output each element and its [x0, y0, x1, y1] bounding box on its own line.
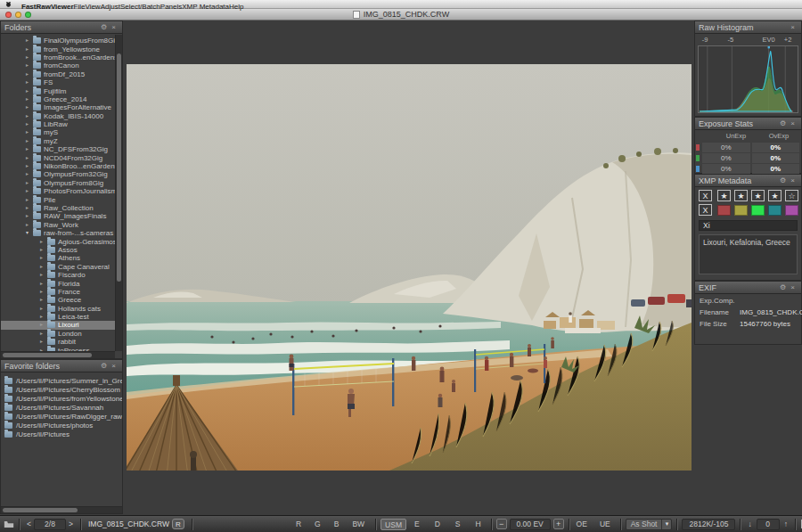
expand-arrow-icon[interactable]	[40, 321, 47, 329]
expand-arrow-icon[interactable]	[26, 162, 33, 170]
expand-arrow-icon[interactable]	[26, 221, 33, 229]
menu-item[interactable]: Panels	[160, 3, 182, 11]
expand-arrow-icon[interactable]	[26, 87, 33, 95]
channel-button[interactable]: B	[331, 520, 342, 528]
prev-file-button[interactable]: <	[24, 520, 34, 528]
xmp-panel-header[interactable]: XMP Metadata ⚙ ×	[695, 175, 801, 187]
star-rating-button[interactable]: ★	[734, 190, 748, 201]
expand-arrow-icon[interactable]	[26, 120, 33, 128]
folder-tree-item[interactable]: Hollands cats	[1, 305, 115, 313]
close-window-button[interactable]	[5, 12, 12, 18]
zoom-window-button[interactable]	[25, 12, 31, 18]
expand-arrow-icon[interactable]	[26, 128, 33, 136]
folders-vertical-scrollbar[interactable]	[115, 35, 122, 351]
folder-tree-item[interactable]: Lixouri	[1, 321, 115, 329]
folders-panel-header[interactable]: Folders ⚙ ×	[1, 21, 122, 34]
folder-tree-item[interactable]: Athens	[1, 254, 115, 262]
apple-menu-icon[interactable]	[5, 1, 12, 8]
favorite-folder-item[interactable]: /Users/il/Pictures/Savannah	[1, 403, 122, 412]
expand-arrow-icon[interactable]	[26, 229, 33, 237]
channel-button[interactable]: R	[293, 520, 304, 528]
gear-icon[interactable]: ⚙	[778, 282, 788, 294]
folders-horizontal-scrollbar[interactable]	[1, 351, 115, 358]
expand-arrow-icon[interactable]	[40, 271, 47, 279]
folder-tree-item[interactable]: NC_DFSFrom32Gig	[1, 145, 115, 153]
folder-tree-item[interactable]: LibRaw	[1, 120, 115, 128]
favorites-horizontal-scrollbar[interactable]	[1, 506, 122, 513]
folder-tree-item[interactable]: fromCanon	[1, 61, 115, 70]
menu-item[interactable]: FastRawViewer	[21, 3, 74, 11]
rating-down-button[interactable]: ↓	[745, 520, 754, 528]
expand-arrow-icon[interactable]	[26, 187, 33, 195]
color-label-button[interactable]	[717, 205, 731, 216]
expand-arrow-icon[interactable]	[40, 313, 47, 321]
color-label-button[interactable]	[785, 205, 798, 216]
expand-arrow-icon[interactable]	[26, 137, 33, 145]
folder-tree-item[interactable]: Cape Canaveral	[1, 263, 115, 271]
folder-tree-item[interactable]: London	[1, 330, 115, 338]
ev-decrease-button[interactable]: −	[496, 519, 507, 529]
expand-arrow-icon[interactable]	[26, 78, 33, 86]
next-file-button[interactable]: >	[66, 520, 76, 528]
tool-button[interactable]: H	[472, 520, 483, 528]
gear-icon[interactable]: ⚙	[778, 118, 788, 130]
folder-tree-item[interactable]: myZ	[1, 137, 115, 145]
menu-item[interactable]: Select/Batch	[120, 3, 160, 11]
gear-icon[interactable]: ⚙	[99, 21, 109, 34]
open-folder-icon[interactable]	[4, 520, 14, 528]
favorite-folder-item[interactable]: /Users/il/Pictures	[1, 430, 122, 438]
expand-arrow-icon[interactable]	[26, 103, 33, 111]
folder-tree-item[interactable]: Florida	[1, 279, 115, 287]
menu-item[interactable]: XMP Metadata	[182, 3, 229, 11]
expand-arrow-icon[interactable]	[26, 212, 33, 220]
expand-arrow-icon[interactable]	[26, 204, 33, 212]
tool-button[interactable]: S	[453, 520, 463, 528]
expand-arrow-icon[interactable]	[40, 288, 47, 296]
raw-badge[interactable]: R	[172, 519, 184, 529]
folder-tree-item[interactable]: Raw_Collection	[1, 204, 115, 212]
menu-item[interactable]: Adjust	[101, 3, 120, 11]
gear-icon[interactable]: ⚙	[99, 360, 109, 372]
folder-tree-item[interactable]: fromDf_2015	[1, 70, 115, 78]
folder-tree-item[interactable]: ImagesForAlternative	[1, 103, 115, 111]
menu-item[interactable]: File	[74, 3, 86, 11]
star-rating-button[interactable]: ★	[717, 190, 731, 201]
favorite-folder-item[interactable]: /Users/il/Pictures/CherryBlossom	[1, 385, 122, 394]
expand-arrow-icon[interactable]	[40, 296, 47, 304]
folder-tree-item[interactable]: PhotosFromJournalism	[1, 187, 115, 195]
favorite-folder-item[interactable]: /Users/il/Pictures/Summer_in_Greece	[1, 376, 122, 385]
gear-icon[interactable]: ⚙	[778, 175, 788, 187]
white-balance-dropdown[interactable]: As Shot ▼	[626, 519, 673, 530]
channel-button[interactable]: G	[312, 520, 323, 528]
folder-tree-item[interactable]: rabbit	[1, 338, 115, 346]
folder-tree-item[interactable]: NCD04From32Gig	[1, 153, 115, 161]
histogram-panel-header[interactable]: Raw Histogram ×	[695, 21, 801, 34]
image-viewport[interactable]	[123, 20, 694, 515]
close-icon[interactable]: ×	[788, 21, 798, 34]
color-label-button[interactable]	[734, 205, 748, 216]
expand-arrow-icon[interactable]	[40, 330, 47, 338]
folder-tree-item[interactable]: France	[1, 288, 115, 296]
expand-arrow-icon[interactable]	[26, 45, 33, 53]
folder-tree-item[interactable]: Kodak_IBIS-14000	[1, 112, 115, 120]
expand-arrow-icon[interactable]	[40, 263, 47, 271]
xmp-description-field[interactable]: Lixouri, Kefalonia, Greece	[699, 234, 798, 274]
expand-arrow-icon[interactable]	[40, 338, 47, 346]
xmp-title-field[interactable]: Xi	[699, 220, 798, 231]
minimize-window-button[interactable]	[15, 12, 21, 18]
folder-tree-item[interactable]: FinalOlympusFrom8Gig	[1, 37, 115, 45]
expand-arrow-icon[interactable]	[26, 196, 33, 204]
expand-arrow-icon[interactable]	[40, 254, 47, 262]
reject-rating-button[interactable]: X	[699, 190, 712, 201]
folder-tree-item[interactable]: Raw_Work	[1, 221, 115, 229]
channel-button[interactable]: BW	[349, 520, 367, 528]
close-icon[interactable]: ×	[788, 118, 798, 130]
folder-tree-item[interactable]: Assos	[1, 246, 115, 254]
folder-tree-item[interactable]: from_Yellowstone	[1, 45, 115, 53]
star-rating-button[interactable]: ★	[751, 190, 765, 201]
color-label-button[interactable]	[768, 205, 782, 216]
folder-tree-item[interactable]: OlympusFrom8Gig	[1, 179, 115, 187]
favorite-folder-item[interactable]: /Users/il/Pictures/photos	[1, 421, 122, 430]
clear-label-button[interactable]: X	[699, 204, 712, 216]
folder-tree-item[interactable]: NikonBroo...enGardens	[1, 162, 115, 170]
